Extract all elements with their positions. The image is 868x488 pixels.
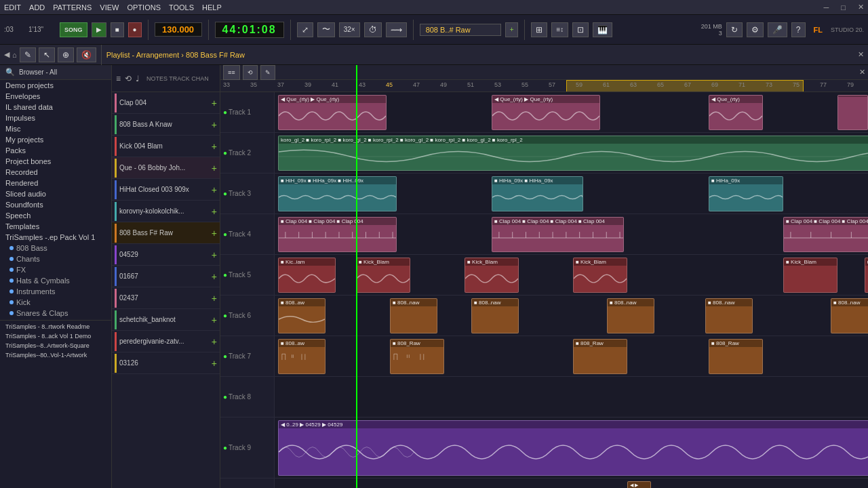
channel-header-icon[interactable]: ≡	[116, 74, 121, 83]
bpm-display[interactable]: 130.000	[155, 22, 202, 37]
breadcrumb-playlist[interactable]: Playlist - Arrangement	[106, 51, 180, 59]
channel-header-arrow[interactable]: ⟲	[125, 74, 132, 83]
channel-row-que[interactable]: Que - 06 Bobby Joh... +	[112, 157, 220, 179]
stop-button[interactable]: ■	[111, 22, 124, 37]
clip-6-5[interactable]: ■ 808..naw	[705, 298, 753, 333]
track-content-6[interactable]: ■ 808..aw ■ 808..naw ■ 808..naw	[275, 296, 868, 336]
channel-row-clap[interactable]: Clap 004 +	[112, 92, 220, 114]
record-button[interactable]: ●	[128, 22, 142, 37]
mixer-icon[interactable]: ⊞	[531, 22, 547, 37]
sidebar-item-il-shared[interactable]: IL shared data	[0, 102, 111, 113]
clip-6-2[interactable]: ■ 808..naw	[390, 298, 437, 333]
track-plus[interactable]: +	[505, 22, 519, 37]
sidebar-search-icon[interactable]: 🔍	[5, 68, 15, 77]
clip-5-2[interactable]: ■ Kick_Blam	[356, 258, 410, 293]
channel-row-korovny[interactable]: korovny-kolokolchik... +	[112, 201, 220, 222]
clip-4-1[interactable]: ■ Clap 004 ■ Clap 004 ■ Clap 004	[278, 217, 397, 252]
clip-2-1[interactable]: koro_gl_2 ■ koro_rpl_2 ■ koro_gl_2 ■ kor…	[278, 136, 868, 171]
track-header-close[interactable]: ✕	[859, 68, 865, 77]
sidebar-item-impulses[interactable]: Impulses	[0, 113, 111, 123]
minimize-icon[interactable]: ─	[824, 3, 829, 12]
channel-row-808raw[interactable]: 808 Bass F# Raw +	[112, 222, 220, 244]
tool-pencil[interactable]: ✎	[20, 47, 36, 62]
clip-4-3[interactable]: ■ Clap 004 ■ Clap 004 ■ Clap 004 ■ Clap …	[783, 217, 868, 252]
track-name-display[interactable]: 808 B..# Raw	[420, 24, 501, 36]
tool-snap[interactable]: ⤢	[297, 22, 313, 37]
channel-add-btn[interactable]: +	[212, 184, 217, 195]
clip-1-1[interactable]: ◀ Que_(rty) ▶ Que_(rty)	[278, 95, 387, 130]
clip-7-1[interactable]: ■ 808..aw	[278, 339, 326, 374]
track-header-btn3[interactable]: ✎	[260, 65, 275, 80]
clip-7-2[interactable]: ■ 808_Raw	[390, 339, 444, 374]
back-icon[interactable]: ◀	[4, 50, 9, 59]
close-panel-icon[interactable]: ✕	[858, 50, 864, 59]
clip-5-5[interactable]: ■ Kick_Blam	[783, 258, 837, 293]
track-content-9[interactable]: ◀ 0..29 ▶ 04529 ▶ 04529	[275, 418, 868, 478]
menu-view[interactable]: VIEW	[100, 3, 119, 12]
tool-wave[interactable]: 〜	[317, 22, 335, 37]
channel-row-808a[interactable]: 808 Bass A Knaw +	[112, 114, 220, 136]
sidebar-item-kick[interactable]: Kick	[0, 297, 111, 308]
sidebar-item-trisamples-artwork-sq[interactable]: TriSamples--8..Artwork-Square	[0, 341, 111, 350]
tool-select[interactable]: ↖	[39, 47, 55, 62]
track-content-4[interactable]: ■ Clap 004 ■ Clap 004 ■ Clap 004 ■ Clap …	[275, 214, 868, 254]
clip-3-1[interactable]: ■ HiH_09x ■ HiHa_09x ■ HiH..09x	[278, 176, 397, 211]
track-content-1[interactable]: ◀ Que_(rty) ▶ Que_(rty) ◀ Que_(rty) ▶ Qu…	[275, 92, 868, 132]
sidebar-item-trisamples-demo[interactable]: TriSamples - 8..ack Vol 1 Demo	[0, 331, 111, 341]
channel-row-hihat[interactable]: HiHat Closed 003 909x +	[112, 179, 220, 201]
clip-6-3[interactable]: ■ 808..naw	[471, 298, 519, 333]
clip-10-1[interactable]: ◀ ▶	[627, 481, 651, 488]
channel-row-01667[interactable]: 01667 +	[112, 266, 220, 287]
mic-icon[interactable]: 🎤	[768, 22, 787, 37]
clip-7-3[interactable]: ■ 808_Raw	[573, 339, 627, 374]
tool-zoom[interactable]: ⊕	[58, 47, 74, 62]
sidebar-item-808-bass[interactable]: 808 Bass	[0, 243, 111, 253]
piano-icon[interactable]: 🎹	[593, 22, 612, 37]
menu-patterns[interactable]: PATTERNS	[53, 3, 92, 12]
clip-1-4[interactable]	[837, 95, 868, 130]
channel-add-btn[interactable]: +	[212, 249, 217, 260]
sidebar-item-my-projects[interactable]: My projects	[0, 134, 111, 145]
sidebar-item-speech[interactable]: Speech	[0, 210, 111, 221]
channel-row-kick[interactable]: Kick 004 Blam +	[112, 136, 220, 157]
clip-5-1[interactable]: ■ Kic..iam	[278, 258, 336, 293]
channel-add-btn[interactable]: +	[212, 98, 217, 108]
sidebar-item-instruments[interactable]: Instruments	[0, 286, 111, 297]
play-button[interactable]: ▶	[92, 22, 106, 37]
sidebar-item-sliced-audio[interactable]: Sliced audio	[0, 188, 111, 199]
menu-options[interactable]: OPTIONS	[127, 3, 161, 12]
sidebar-item-packs[interactable]: Packs	[0, 145, 111, 156]
home-icon[interactable]: ⌂	[12, 51, 17, 59]
sidebar-item-rendered[interactable]: Rendered	[0, 178, 111, 188]
help-icon[interactable]: ?	[791, 22, 806, 37]
sidebar-item-chants[interactable]: Chants	[0, 253, 111, 264]
tool-extra[interactable]: ⟿	[386, 22, 407, 37]
sidebar-item-demo-projects[interactable]: Demo projects	[0, 80, 111, 91]
clip-3-2[interactable]: ■ HiHa_09x ■ HiHa_09x	[492, 176, 583, 211]
sidebar-item-trisamples-pack[interactable]: TriSamples -.ep Pack Vol 1	[0, 232, 111, 243]
song-button[interactable]: SONG	[60, 22, 87, 37]
clip-6-4[interactable]: ■ 808..naw	[607, 298, 654, 333]
channel-row-schetchik[interactable]: schetchik_banknot +	[112, 309, 220, 331]
channel-row-pereder[interactable]: peredergivanie-zatv... +	[112, 331, 220, 352]
sidebar-item-recorded[interactable]: Recorded	[0, 167, 111, 178]
clip-1-2[interactable]: ◀ Que_(rty) ▶ Que_(rty)	[492, 95, 600, 130]
channel-row-03126[interactable]: 03126 +	[112, 352, 220, 374]
tool-time[interactable]: ⏱	[364, 22, 382, 37]
clip-1-3[interactable]: ◀ Que_(rty)	[709, 95, 763, 130]
sidebar-item-templates[interactable]: Templates	[0, 221, 111, 232]
clip-9-1[interactable]: ◀ 0..29 ▶ 04529 ▶ 04529	[278, 420, 868, 476]
track-content-7[interactable]: ■ 808..aw ■ 808_Raw	[275, 336, 868, 376]
sidebar-item-trisamples-readme[interactable]: TriSamples - 8..rtwork Readme	[0, 322, 111, 331]
track-content-2[interactable]: koro_gl_2 ■ koro_rpl_2 ■ koro_gl_2 ■ kor…	[275, 133, 868, 173]
menu-tools[interactable]: TOOLS	[169, 3, 194, 12]
channel-add-btn[interactable]: +	[212, 228, 217, 239]
settings-icon[interactable]: ⚙	[747, 22, 764, 37]
track-content-3[interactable]: ■ HiH_09x ■ HiHa_09x ■ HiH..09x ■ HiHa_0…	[275, 174, 868, 214]
menu-help[interactable]: HELP	[202, 3, 222, 12]
track-header-btn2[interactable]: ⟲	[243, 65, 258, 80]
refresh-icon[interactable]: ↻	[726, 22, 743, 37]
sidebar-item-soundfonts[interactable]: Soundfonts	[0, 199, 111, 210]
channel-add-btn[interactable]: +	[212, 271, 217, 282]
track-content-8[interactable]	[275, 377, 868, 417]
